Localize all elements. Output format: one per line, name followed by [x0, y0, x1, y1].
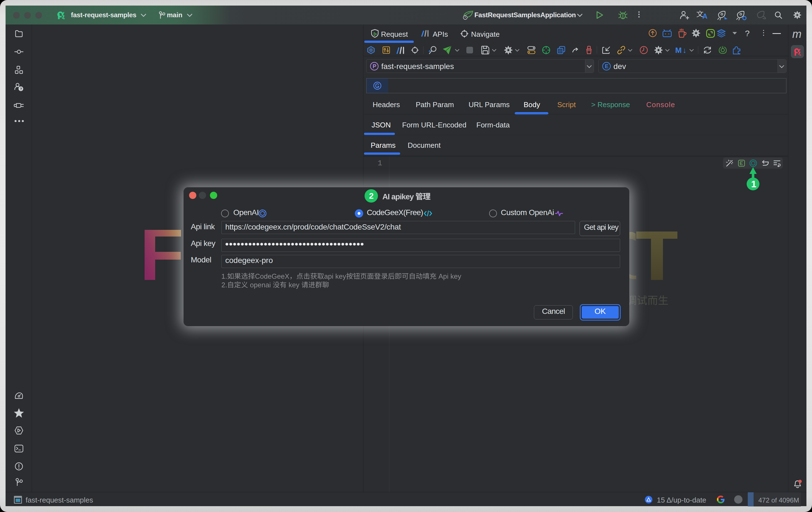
svg-text:1: 1 — [751, 179, 756, 189]
svg-text:P: P — [373, 63, 376, 69]
svg-text:E: E — [605, 63, 608, 69]
svg-text:?: ? — [20, 87, 22, 91]
